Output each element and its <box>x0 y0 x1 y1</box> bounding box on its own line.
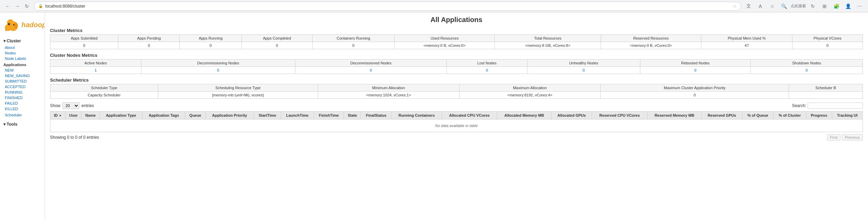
cluster-section-header[interactable]: ▾ Cluster <box>0 37 45 45</box>
refresh-icon[interactable]: ↻ <box>808 1 818 11</box>
col-state[interactable]: State <box>344 112 361 119</box>
sidebar-item-new-saving[interactable]: NEW_SAVING <box>0 73 45 78</box>
previous-page-button[interactable]: Previous <box>842 134 863 140</box>
page-title: All Applications <box>50 16 863 24</box>
scheduler-metrics-section: Scheduler Metrics Scheduler Type Schedul… <box>50 77 863 99</box>
val-shutdown-nodes[interactable]: 0 <box>751 67 863 74</box>
val-scheduler-type: Capacity Scheduler <box>50 92 158 99</box>
cluster-metrics-title: Cluster Metrics <box>50 28 863 33</box>
applications-header: Applications <box>0 62 45 67</box>
refresh-button[interactable]: ↻ <box>23 2 31 10</box>
col-launch-time[interactable]: LaunchTime <box>281 112 314 119</box>
sidebar-item-about[interactable]: About <box>0 45 45 50</box>
scheduler-metrics-title: Scheduler Metrics <box>50 77 863 83</box>
sidebar-item-scheduler[interactable]: Scheduler <box>0 112 45 118</box>
col-physical-mem: Physical Mem Used % <box>701 35 792 42</box>
hadoop-elephant-icon <box>3 18 20 32</box>
hadoop-title-text: hadoop <box>21 21 45 29</box>
translate-icon[interactable]: 文 <box>744 1 753 11</box>
show-entries-left: Show 10 20 50 100 entries <box>50 102 94 109</box>
nav-buttons: ← → ↻ <box>3 2 31 10</box>
val-physical-vcores: 0 <box>792 42 863 49</box>
cluster-nodes-metrics-title: Cluster Nodes Metrics <box>50 53 863 58</box>
search-input[interactable] <box>808 103 863 109</box>
col-application-type[interactable]: Application Type <box>100 112 142 119</box>
val-decommissioned-nodes[interactable]: 0 <box>295 67 447 74</box>
col-reserved-gpus[interactable]: Reserved GPUs <box>702 112 742 119</box>
tools-section-header[interactable]: ▾ Tools <box>0 121 45 128</box>
col-finish-time[interactable]: FinishTime <box>314 112 344 119</box>
address-bar[interactable]: 🔒 localhost:8088/cluster ☆ <box>34 2 741 11</box>
col-reserved-resources: Reserved Resources <box>601 35 701 42</box>
svg-point-2 <box>7 19 14 26</box>
col-apps-running: Apps Running <box>180 35 241 42</box>
forward-button[interactable]: → <box>13 2 21 10</box>
col-scheduling-resource-type: Scheduling Resource Type <box>158 84 318 92</box>
val-active-nodes[interactable]: 1 <box>50 67 141 74</box>
col-apps-completed: Apps Completed <box>241 35 312 42</box>
val-apps-pending: 0 <box>118 42 180 49</box>
col-used-resources: Used Resources <box>394 35 494 42</box>
sidebar-item-running[interactable]: RUNNING <box>0 90 45 95</box>
col-application-tags[interactable]: Application Tags <box>142 112 185 119</box>
col-apps-pending: Apps Pending <box>118 35 180 42</box>
col-reserved-memory-mb[interactable]: Reserved Memory MB <box>647 112 701 119</box>
col-allocated-memory-mb[interactable]: Allocated Memory MB <box>497 112 551 119</box>
extensions-icon[interactable]: 🧩 <box>831 1 841 11</box>
val-scheduler-b <box>789 92 862 99</box>
zoom-icon[interactable]: A <box>756 1 765 11</box>
sidebar-item-node-labels[interactable]: Node Labels <box>0 56 45 61</box>
svg-point-3 <box>8 23 10 25</box>
table-controls: Show 10 20 50 100 entries Search: <box>50 102 863 109</box>
val-decommissioning-nodes[interactable]: 0 <box>141 67 295 74</box>
val-lost-nodes[interactable]: 0 <box>447 67 527 74</box>
val-unhealthy-nodes[interactable]: 0 <box>527 67 640 74</box>
col-decommissioning-nodes: Decommissioning Nodes <box>141 60 295 67</box>
sidebar-cluster-section: ▾ Cluster About Nodes Node Labels Applic… <box>0 36 45 119</box>
sidebar-logo: hadoop <box>0 15 45 36</box>
col-reserved-cpu-vcores[interactable]: Reserved CPU VCores <box>592 112 647 119</box>
first-page-button[interactable]: First <box>827 134 840 140</box>
sidebar-item-killed[interactable]: KILLED <box>0 106 45 112</box>
favorite-icon[interactable]: ☆ <box>767 1 777 11</box>
entries-per-page-select[interactable]: 10 20 50 100 <box>62 102 79 109</box>
col-id[interactable]: ID ▼ <box>50 112 66 119</box>
sidebar-item-submitted[interactable]: SUBMITTED <box>0 78 45 84</box>
profile-icon[interactable]: 👤 <box>843 1 853 11</box>
col-running-containers[interactable]: Running Containers <box>392 112 442 119</box>
col-start-time[interactable]: StartTime <box>254 112 281 119</box>
col-application-priority[interactable]: Application Priority <box>205 112 254 119</box>
sidebar-item-finished[interactable]: FINISHED <box>0 95 45 101</box>
col-allocated-cpu-vcores[interactable]: Allocated CPU VCores <box>442 112 497 119</box>
cluster-nodes-metrics-section: Cluster Nodes Metrics Active Nodes Decom… <box>50 53 863 74</box>
val-reserved-resources: <memory:0 B, vCores:0> <box>601 42 701 49</box>
col-tracking-ui[interactable]: Tracking UI <box>832 112 862 119</box>
search-box: Search: <box>792 103 863 109</box>
col-shutdown-nodes: Shutdown Nodes <box>751 60 863 67</box>
col-scheduler-type: Scheduler Type <box>50 84 158 92</box>
show-label: Show <box>50 103 60 108</box>
sidebar-item-nodes[interactable]: Nodes <box>0 50 45 56</box>
search-browser-icon[interactable]: 🔍 <box>779 1 789 11</box>
sidebar-item-accepted[interactable]: ACCEPTED <box>0 84 45 90</box>
back-button[interactable]: ← <box>3 2 12 10</box>
url-text: localhost:8088/cluster <box>45 4 731 9</box>
col-pct-cluster[interactable]: % of Cluster <box>773 112 806 119</box>
col-name[interactable]: Name <box>81 112 100 119</box>
no-data-message: No data available in table <box>50 119 863 132</box>
col-final-status[interactable]: FinalStatus <box>361 112 392 119</box>
sidebar-item-new[interactable]: NEW <box>0 67 45 73</box>
col-pct-queue[interactable]: % of Queue <box>742 112 773 119</box>
sidebar-item-failed[interactable]: FAILED <box>0 101 45 106</box>
col-progress[interactable]: Progress <box>806 112 832 119</box>
col-allocated-gpus[interactable]: Allocated GPUs <box>551 112 592 119</box>
sidebar-tools-section: ▾ Tools <box>0 119 45 129</box>
val-rebooted-nodes[interactable]: 0 <box>640 67 751 74</box>
col-user[interactable]: User <box>66 112 81 119</box>
more-menu-icon[interactable]: ⋯ <box>855 1 865 11</box>
entries-label: entries <box>81 103 94 108</box>
col-total-resources: Total Resources <box>495 35 601 42</box>
sidebar-toggle-icon[interactable]: ⊞ <box>820 1 829 11</box>
col-queue[interactable]: Queue <box>185 112 205 119</box>
val-apps-completed: 0 <box>241 42 312 49</box>
